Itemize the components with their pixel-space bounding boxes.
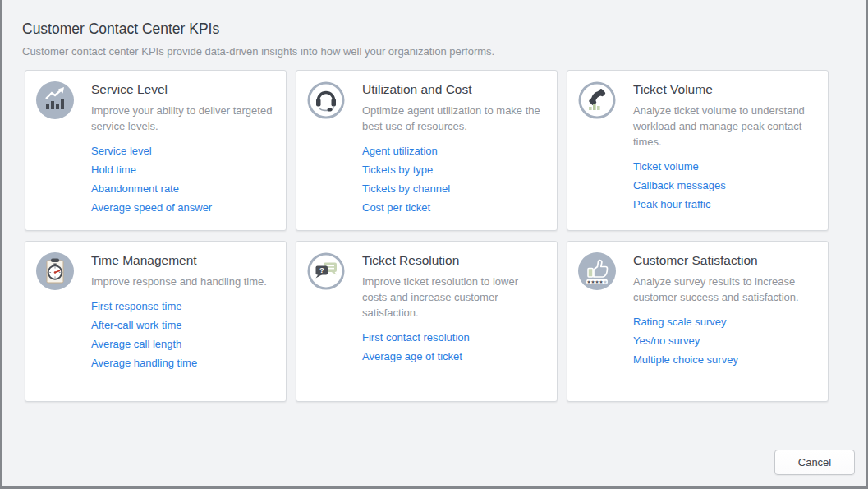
kpi-link-average-call-length[interactable]: Average call length [91, 339, 274, 349]
kpi-card-grid: Service Level Improve your ability to de… [25, 70, 866, 402]
page-title: Customer Contact Center KPIs [22, 21, 843, 38]
card-description: Improve response and handling time. [91, 274, 274, 289]
kpi-link-first-contact-resolution[interactable]: First contact resolution [362, 332, 545, 343]
kpi-link-callback-messages[interactable]: Callback messages [633, 180, 816, 191]
card-body: Ticket Volume Analyze ticket volume to u… [633, 82, 816, 210]
card-description: Analyze survey results to increase custo… [633, 274, 816, 305]
kpi-link-multiple-choice-survey[interactable]: Multiple choice survey [633, 354, 816, 365]
card-title: Customer Satisfaction [633, 253, 816, 268]
card-body: Ticket Resolution Improve ticket resolut… [362, 253, 545, 362]
kpi-link-tickets-by-channel[interactable]: Tickets by channel [362, 183, 545, 194]
kpi-link-list: Agent utilization Tickets by type Ticket… [362, 145, 545, 213]
kpi-link-agent-utilization[interactable]: Agent utilization [362, 145, 545, 156]
card-description: Analyze ticket volume to understand work… [633, 103, 816, 150]
kpi-link-list: Rating scale survey Yes/no survey Multip… [633, 316, 816, 365]
kpi-link-hold-time[interactable]: Hold time [91, 164, 274, 175]
card-body: Time Management Improve response and han… [91, 253, 274, 368]
stopwatch-clipboard-icon [36, 252, 74, 290]
kpi-link-abandonment-rate[interactable]: Abandonment rate [91, 183, 274, 194]
card-description: Optimize agent utilization to make the b… [362, 103, 545, 134]
kpi-link-list: First contact resolution Average age of … [362, 332, 545, 362]
svg-text:★★★★★: ★★★★★ [586, 279, 607, 284]
kpi-card-customer-satisfaction: ★★★★★ Customer Satisfaction Analyze surv… [567, 241, 829, 402]
kpi-card-utilization-and-cost: Utilization and Cost Optimize agent util… [296, 70, 558, 231]
card-title: Ticket Volume [633, 82, 816, 97]
thumbs-up-rating-icon: ★★★★★ [578, 252, 616, 290]
kpi-link-rating-scale-survey[interactable]: Rating scale survey [633, 316, 816, 327]
bar-chart-trend-icon [36, 81, 74, 119]
card-body: Utilization and Cost Optimize agent util… [362, 82, 545, 213]
kpi-link-first-response-time[interactable]: First response time [91, 301, 274, 311]
kpi-card-time-management: Time Management Improve response and han… [25, 241, 287, 402]
kpi-link-service-level[interactable]: Service level [91, 145, 274, 156]
card-title: Utilization and Cost [362, 82, 545, 97]
phone-chart-icon [578, 81, 616, 119]
kpi-link-yes-no-survey[interactable]: Yes/no survey [633, 335, 816, 346]
card-title: Service Level [91, 82, 274, 97]
kpi-card-service-level: Service Level Improve your ability to de… [25, 70, 287, 231]
kpi-link-average-age-of-ticket[interactable]: Average age of ticket [362, 351, 545, 362]
card-body: Service Level Improve your ability to de… [91, 82, 274, 213]
kpi-card-ticket-volume: Ticket Volume Analyze ticket volume to u… [567, 70, 829, 231]
card-title: Time Management [91, 253, 274, 268]
page-header: Customer Contact Center KPIs Customer co… [2, 0, 866, 58]
kpi-link-average-handling-time[interactable]: Average handling time [91, 358, 274, 368]
page-subtitle: Customer contact center KPIs provide dat… [22, 45, 843, 58]
kpi-card-ticket-resolution: ? Ticket Resolution Improve ticket resol… [296, 241, 558, 402]
kpi-link-list: Service level Hold time Abandonment rate… [91, 145, 274, 213]
card-description: Improve your ability to deliver targeted… [91, 103, 274, 134]
kpi-link-peak-hour-traffic[interactable]: Peak hour traffic [633, 199, 816, 210]
headset-icon [307, 81, 345, 119]
kpi-link-list: Ticket volume Callback messages Peak hou… [633, 161, 816, 210]
kpi-link-list: First response time After-call work time… [91, 301, 274, 368]
card-body: Customer Satisfaction Analyze survey res… [633, 253, 816, 365]
svg-text:?: ? [319, 265, 324, 274]
kpi-link-average-speed-of-answer[interactable]: Average speed of answer [91, 202, 274, 213]
kpi-link-cost-per-ticket[interactable]: Cost per ticket [362, 202, 545, 213]
kpi-link-after-call-work-time[interactable]: After-call work time [91, 320, 274, 330]
kpi-picker-screen: Customer Contact Center KPIs Customer co… [0, 0, 868, 489]
kpi-link-tickets-by-type[interactable]: Tickets by type [362, 164, 545, 175]
chat-bubbles-icon: ? [307, 252, 345, 290]
kpi-link-ticket-volume[interactable]: Ticket volume [633, 161, 816, 172]
card-title: Ticket Resolution [362, 253, 545, 268]
cancel-button[interactable]: Cancel [774, 450, 855, 475]
dialog-footer: Cancel [774, 450, 855, 475]
card-description: Improve ticket resolution to lower costs… [362, 274, 545, 321]
